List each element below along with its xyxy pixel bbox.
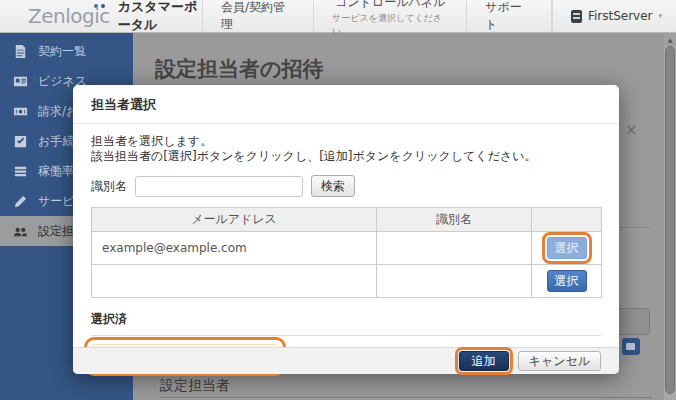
checkbox-icon [13, 134, 28, 149]
brand[interactable]: Zenlogic カスタマーポータル [0, 0, 202, 32]
add-button[interactable]: 追加 [459, 351, 509, 371]
section-heading: 設定担当者 [160, 377, 230, 395]
brand-subtitle: カスタマーポータル [118, 0, 202, 34]
search-button[interactable]: 検索 [311, 175, 355, 197]
nav-item-sublabel: サービスを選択してください [332, 12, 448, 38]
select-button-row1[interactable]: 選択 [547, 237, 587, 259]
dialog-title: 担当者選択 [91, 97, 156, 112]
id-card-icon [13, 74, 28, 89]
close-icon: × [625, 121, 638, 139]
dialog-footer: 追加 キャンセル [73, 347, 619, 374]
nav-item-label: コントロールパネル [335, 0, 445, 11]
search-label: 識別名 [91, 178, 127, 195]
nav-menu: 会員/契約管理 コントロールパネル サービスを選択してください サポート [202, 0, 552, 32]
identifier-cell [377, 265, 532, 298]
account-menu[interactable]: FirstServer ▾ [552, 0, 676, 32]
dialog-description-line1: 担当者を選択します。 [91, 134, 601, 149]
dialog-header: 担当者選択 [73, 85, 619, 124]
nav-item-control-panel[interactable]: コントロールパネル サービスを選択してください [313, 0, 466, 32]
server-icon [571, 10, 582, 23]
dialog-description-line2: 該当担当者の[選択]ボタンをクリックし、[追加]ボタンをクリックしてください。 [91, 149, 601, 164]
selected-label: 選択済 [91, 311, 601, 336]
action-cell: 選択 [532, 232, 602, 265]
person-select-dialog: 担当者選択 担当者を選択します。 該当担当者の[選択]ボタンをクリックし、[追加… [73, 85, 619, 374]
dialog-body: 担当者を選択します。 該当担当者の[選択]ボタンをクリックし、[追加]ボタンをク… [73, 124, 619, 369]
nav-item-label: 会員/契約管理 [221, 0, 295, 33]
top-navbar: Zenlogic カスタマーポータル 会員/契約管理 コントロールパネル サービ… [0, 0, 676, 33]
column-header-identifier: 識別名 [377, 208, 532, 232]
pen-icon [13, 194, 28, 209]
background-button-fragment [622, 338, 640, 355]
table-row: 選択 [92, 265, 602, 298]
nav-item-members[interactable]: 会員/契約管理 [202, 0, 313, 32]
document-icon [13, 44, 28, 59]
select-button-row2[interactable]: 選択 [547, 270, 587, 292]
nav-item-support[interactable]: サポート [466, 0, 552, 32]
account-name: FirstServer [588, 9, 653, 23]
people-icon [13, 224, 28, 239]
nav-item-label: サポート [485, 0, 533, 33]
identifier-cell [377, 232, 532, 265]
person-table: メールアドレス 識別名 example@example.com 選択 [91, 207, 602, 298]
action-cell: 選択 [532, 265, 602, 298]
sidebar-item-label: 契約一覧 [38, 43, 86, 60]
page-title: 設定担当者の招待 [155, 55, 324, 83]
search-row: 識別名 検索 [91, 175, 601, 197]
column-header-email: メールアドレス [92, 208, 377, 232]
identifier-input[interactable] [135, 176, 303, 197]
logo-dots-icon [94, 4, 105, 8]
divider [160, 397, 652, 398]
scrollbar-up-icon[interactable]: ▲ [664, 33, 676, 46]
banknote-icon [13, 104, 28, 119]
column-header-action [532, 208, 602, 232]
caret-down-icon: ▾ [658, 12, 662, 20]
email-cell: example@example.com [92, 232, 377, 265]
vertical-scrollbar[interactable]: ▲ [664, 33, 676, 400]
list-icon [13, 164, 28, 179]
scrollbar-thumb[interactable] [665, 46, 675, 394]
sidebar-item-contracts[interactable]: 契約一覧 [0, 36, 133, 66]
email-cell [92, 265, 377, 298]
cancel-button[interactable]: キャンセル [518, 351, 601, 371]
table-header-row: メールアドレス 識別名 [92, 208, 602, 232]
table-row: example@example.com 選択 [92, 232, 602, 265]
